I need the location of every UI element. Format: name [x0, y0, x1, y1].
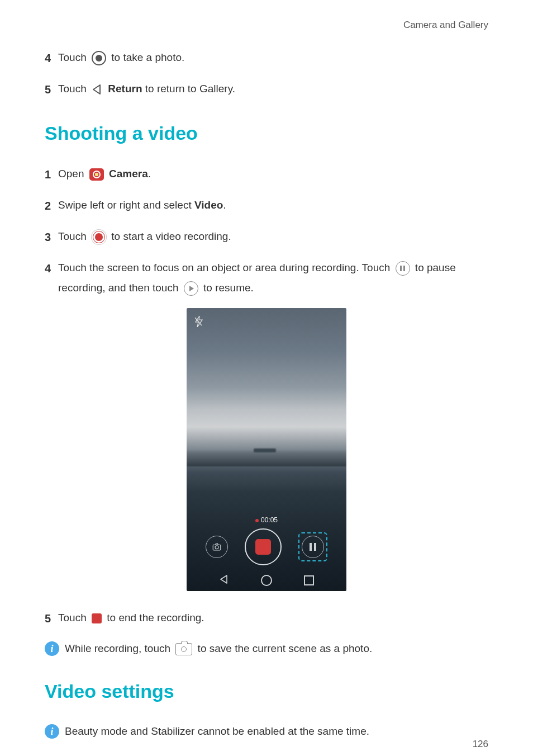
back-triangle-icon — [92, 84, 103, 95]
phone-screenshot: 00:05 — [187, 308, 346, 591]
text: Touch the screen to focus on an object o… — [58, 262, 393, 273]
nav-back-icon[interactable] — [219, 574, 229, 587]
info-note-snapshot: i While recording, touch to save the cur… — [45, 639, 488, 658]
text: to take a photo. — [111, 51, 184, 63]
camera-controls — [187, 528, 346, 565]
android-navbar — [187, 574, 346, 587]
step-number: 3 — [45, 226, 58, 248]
return-label: Return — [108, 83, 142, 94]
text: While recording, touch — [65, 642, 173, 654]
note-body: While recording, touch to save the curre… — [65, 639, 488, 658]
step-body: Touch to start a video recording. — [58, 226, 488, 247]
pause-icon — [396, 261, 410, 276]
text: . — [148, 168, 151, 179]
text: Touch — [58, 51, 89, 63]
text: . — [223, 199, 226, 211]
play-icon — [184, 281, 198, 296]
text: Open — [58, 168, 87, 179]
document-page: Camera and Gallery 4 Touch to take a pho… — [0, 0, 533, 756]
text: Swipe left or right and select — [58, 199, 194, 211]
svg-point-2 — [215, 546, 218, 549]
step-5-return: 5 Touch Return to return to Gallery. — [45, 79, 488, 100]
horizon-scene — [187, 450, 346, 466]
step-number: 5 — [45, 608, 58, 629]
text: to return to Gallery. — [145, 83, 235, 94]
step-4-take-photo: 4 Touch to take a photo. — [45, 48, 488, 69]
step-3-start-recording: 3 Touch to start a video recording. — [45, 226, 488, 248]
text: Touch — [58, 83, 89, 94]
step-body: Touch the screen to focus on an object o… — [58, 258, 488, 298]
info-icon: i — [45, 641, 59, 656]
nav-home-icon[interactable] — [261, 575, 272, 586]
stop-record-button[interactable] — [245, 528, 282, 565]
note-text: Beauty mode and Stabilizer cannot be ena… — [65, 722, 488, 741]
recording-timer: 00:05 — [187, 516, 346, 524]
info-note-beauty-stabilizer: i Beauty mode and Stabilizer cannot be e… — [45, 722, 488, 741]
flash-icon[interactable] — [194, 316, 203, 330]
pause-button-highlighted[interactable] — [298, 532, 327, 561]
video-label: Video — [194, 199, 223, 211]
text: to save the current scene as a photo. — [198, 642, 373, 654]
step-number: 4 — [45, 258, 58, 279]
step-number: 2 — [45, 195, 58, 216]
step-body: Touch Return to return to Gallery. — [58, 79, 488, 99]
shutter-icon — [92, 51, 106, 65]
snapshot-button[interactable] — [206, 536, 228, 558]
step-2-select-video: 2 Swipe left or right and select Video. — [45, 195, 488, 216]
camera-label: Camera — [109, 168, 148, 179]
text: Touch — [58, 612, 89, 623]
step-body: Touch to end the recording. — [58, 608, 488, 628]
text: to start a video recording. — [111, 230, 231, 242]
camera-app-icon — [89, 168, 104, 181]
text: to resume. — [203, 282, 254, 294]
info-icon: i — [45, 724, 59, 739]
step-body: Touch to take a photo. — [58, 48, 488, 68]
stop-icon — [92, 613, 102, 623]
step-body: Open Camera. — [58, 164, 488, 184]
record-shutter-icon — [92, 230, 106, 244]
page-number: 126 — [473, 739, 488, 750]
step-number: 5 — [45, 79, 58, 100]
text: Touch — [58, 230, 89, 242]
step-number: 1 — [45, 164, 58, 185]
step-1-open-camera: 1 Open Camera. — [45, 164, 488, 185]
camera-outline-icon — [175, 643, 192, 655]
breadcrumb: Camera and Gallery — [45, 20, 488, 31]
step-4-focus-pause-resume: 4 Touch the screen to focus on an object… — [45, 258, 488, 298]
step-number: 4 — [45, 48, 58, 69]
heading-video-settings: Video settings — [45, 681, 488, 702]
step-body: Swipe left or right and select Video. — [58, 195, 488, 215]
nav-recent-icon[interactable] — [304, 575, 314, 585]
step-5-end-recording: 5 Touch to end the recording. — [45, 608, 488, 629]
heading-shooting-video: Shooting a video — [45, 122, 488, 144]
text: to end the recording. — [107, 612, 204, 623]
highlight-box — [298, 532, 327, 561]
